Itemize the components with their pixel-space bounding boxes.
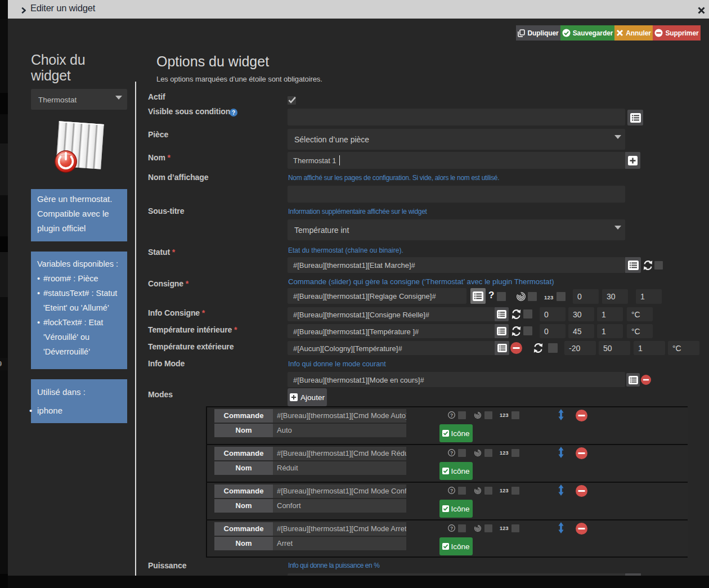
svg-text:?: ? xyxy=(450,526,453,531)
svg-text:?: ? xyxy=(450,488,453,493)
svg-text:?: ? xyxy=(450,450,453,456)
svg-text:?: ? xyxy=(232,110,235,116)
svg-text:?: ? xyxy=(450,412,453,418)
